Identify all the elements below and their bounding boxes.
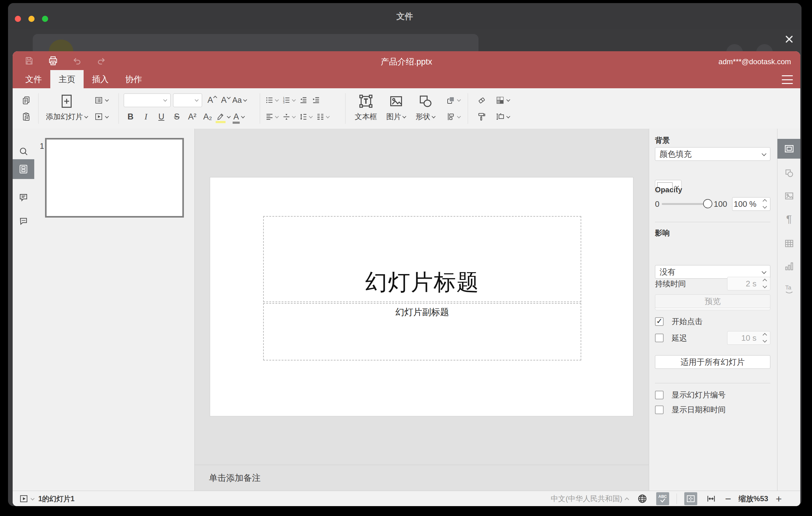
delay-checkbox[interactable] xyxy=(655,334,664,342)
highlight-color-icon[interactable] xyxy=(216,110,230,123)
delay-row: 延迟 10 s xyxy=(655,331,770,345)
show-slide-number-checkbox[interactable] xyxy=(655,391,664,399)
slides-list-panel: 1 xyxy=(34,129,195,491)
zoom-in-button[interactable]: + xyxy=(776,493,782,504)
opacity-slider-handle[interactable] xyxy=(703,199,712,208)
slide-tools-group xyxy=(90,88,112,129)
style-group xyxy=(473,88,516,129)
slides-panel-icon[interactable] xyxy=(13,159,34,179)
increase-indent-icon[interactable] xyxy=(312,96,321,105)
slide-thumbnail-selected[interactable] xyxy=(45,138,184,218)
search-icon[interactable] xyxy=(13,141,34,161)
add-slide-icon xyxy=(59,93,74,110)
window-title: 文件 xyxy=(8,3,802,29)
tab-insert[interactable]: 插入 xyxy=(84,70,117,88)
opacity-slider[interactable] xyxy=(662,203,711,205)
start-on-click-checkbox[interactable] xyxy=(655,317,664,326)
decrease-indent-icon[interactable] xyxy=(299,96,308,105)
chart-settings-icon[interactable] xyxy=(778,256,800,276)
underline-icon[interactable]: U xyxy=(154,110,168,123)
show-date-time-row: 显示日期和时间 xyxy=(655,405,770,415)
subscript-icon[interactable]: A₂ xyxy=(201,110,214,123)
duration-spinner: 2 s xyxy=(727,277,770,290)
menu-icon[interactable] xyxy=(782,75,793,84)
tab-collaboration[interactable]: 协作 xyxy=(117,70,150,88)
bold-icon[interactable]: B xyxy=(124,110,137,123)
zoom-out-button[interactable]: − xyxy=(725,493,731,504)
slide-title-text: 幻灯片标题 xyxy=(365,267,480,297)
user-email: adm***@dootask.com xyxy=(719,51,791,72)
copy-icon[interactable] xyxy=(19,93,33,107)
vertical-align-icon[interactable] xyxy=(282,112,295,121)
comments-icon[interactable] xyxy=(13,188,34,207)
start-slideshow-statusbar-icon[interactable] xyxy=(19,494,34,504)
line-spacing-icon[interactable] xyxy=(299,112,312,121)
show-date-time-checkbox[interactable] xyxy=(655,405,664,414)
screenshot-root: 文件 产品介绍.pptx adm***@dootask.com 文件 主页 插 xyxy=(0,0,812,516)
delay-spinner: 10 s xyxy=(727,331,770,345)
arrange-shape-icon[interactable] xyxy=(446,96,460,105)
font-size-combo[interactable] xyxy=(173,93,202,107)
paste-icon[interactable] xyxy=(19,110,33,123)
notes-area[interactable]: 单击添加备注 xyxy=(195,465,649,491)
delay-label: 延迟 xyxy=(672,333,687,343)
right-sidebar: ¶ xyxy=(777,129,800,491)
shape-button[interactable]: 形状 xyxy=(411,88,440,124)
opacity-label: Opacity xyxy=(655,185,770,194)
table-settings-icon[interactable] xyxy=(778,234,800,253)
apply-to-all-slides-button[interactable]: 适用于所有幻灯片 xyxy=(655,355,770,369)
horizontal-align-icon[interactable] xyxy=(265,112,278,121)
main-area: 1 幻灯片标题 幻灯片副标题 单击添加备注 背 xyxy=(13,129,800,491)
title-placeholder[interactable]: 幻灯片标题 xyxy=(263,216,581,302)
textbox-button[interactable]: 文本框 xyxy=(350,88,381,124)
font-color-icon[interactable]: A xyxy=(232,110,245,123)
color-scheme-icon[interactable] xyxy=(495,96,510,105)
bullets-icon[interactable] xyxy=(265,96,278,105)
fit-to-slide-icon[interactable] xyxy=(684,492,697,505)
numbering-icon[interactable] xyxy=(282,96,295,105)
preview-button: 预览 xyxy=(655,294,770,308)
image-settings-icon[interactable] xyxy=(778,186,800,206)
slide[interactable]: 幻灯片标题 幻灯片副标题 xyxy=(210,177,633,416)
spellcheck-icon[interactable] xyxy=(656,492,669,505)
decrease-font-icon[interactable]: A xyxy=(219,93,232,107)
tab-file[interactable]: 文件 xyxy=(17,70,50,88)
start-slideshow-button[interactable] xyxy=(94,112,108,121)
fill-type-select[interactable]: 颜色填充 xyxy=(655,147,770,161)
background-label: 背景 xyxy=(655,136,770,145)
slide-layout-button[interactable] xyxy=(94,96,108,105)
slide-size-icon[interactable] xyxy=(495,112,510,121)
background-band xyxy=(8,29,802,51)
close-icon[interactable] xyxy=(783,33,795,46)
textbox-icon xyxy=(358,93,374,110)
clear-style-icon[interactable] xyxy=(474,93,489,107)
chat-icon[interactable] xyxy=(13,211,34,231)
paragraph-settings-icon[interactable]: ¶ xyxy=(778,209,800,229)
add-slide-button[interactable]: 添加幻灯片 xyxy=(44,88,90,124)
tab-home[interactable]: 主页 xyxy=(50,70,84,88)
align-shape-icon[interactable] xyxy=(446,112,460,121)
copy-style-icon[interactable] xyxy=(474,110,489,123)
textart-settings-icon[interactable] xyxy=(778,279,800,298)
opacity-value-spinner[interactable]: 100 % xyxy=(732,197,770,211)
paragraph-group xyxy=(265,88,345,129)
shape-settings-icon[interactable] xyxy=(778,163,800,183)
language-selector[interactable]: 中文(中华人民共和国) xyxy=(551,494,629,504)
fit-to-width-icon[interactable] xyxy=(705,492,718,505)
strikeout-icon[interactable]: S xyxy=(170,110,183,123)
dootask-window: 文件 产品介绍.pptx adm***@dootask.com 文件 主页 插 xyxy=(8,3,802,506)
subtitle-placeholder[interactable]: 幻灯片副标题 xyxy=(263,303,581,361)
slide-settings-icon[interactable] xyxy=(778,139,800,159)
superscript-icon[interactable]: A² xyxy=(185,110,199,123)
set-language-icon[interactable] xyxy=(636,492,649,505)
image-button[interactable]: 图片 xyxy=(381,88,411,124)
macos-titlebar: 文件 xyxy=(8,3,802,30)
columns-icon[interactable] xyxy=(316,112,329,121)
slide-settings-panel: 背景 颜色填充 Opacity 0 100 100 % 影响 没有 持续时间 xyxy=(649,129,778,491)
ribbon-tabs: 文件 主页 插入 协作 xyxy=(17,70,150,88)
increase-font-icon[interactable]: A xyxy=(205,93,219,107)
italic-icon[interactable]: I xyxy=(139,110,153,123)
image-icon xyxy=(388,93,404,110)
font-name-combo[interactable] xyxy=(124,93,171,107)
change-case-icon[interactable]: Aa xyxy=(232,93,246,107)
